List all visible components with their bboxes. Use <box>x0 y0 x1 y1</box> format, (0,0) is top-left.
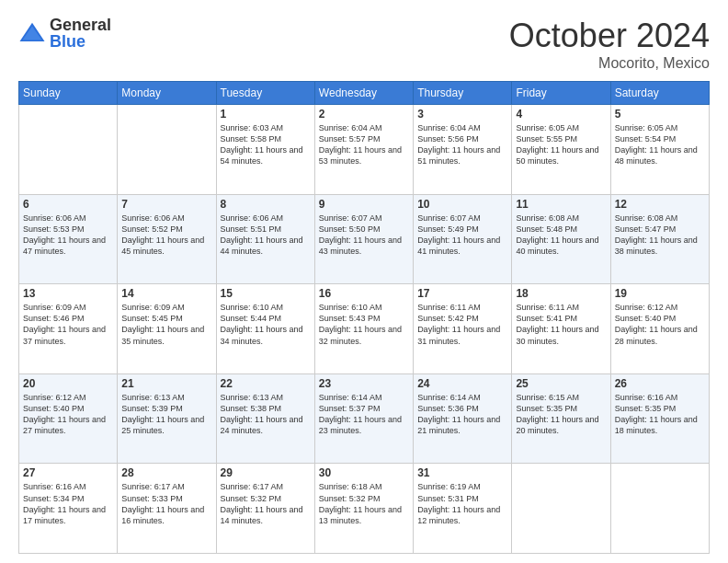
calendar-cell: 3Sunrise: 6:04 AMSunset: 5:56 PMDaylight… <box>414 105 512 195</box>
day-info: Sunrise: 6:06 AMSunset: 5:51 PMDaylight:… <box>221 213 311 258</box>
day-number: 17 <box>417 287 507 300</box>
day-number: 7 <box>121 198 211 211</box>
day-info: Sunrise: 6:17 AMSunset: 5:32 PMDaylight:… <box>221 481 311 526</box>
calendar-cell: 6Sunrise: 6:06 AMSunset: 5:53 PMDaylight… <box>19 194 118 284</box>
day-info: Sunrise: 6:06 AMSunset: 5:53 PMDaylight:… <box>23 213 113 258</box>
day-number: 22 <box>221 377 311 390</box>
day-info: Sunrise: 6:12 AMSunset: 5:40 PMDaylight:… <box>23 392 113 437</box>
day-info: Sunrise: 6:11 AMSunset: 5:42 PMDaylight:… <box>417 302 507 347</box>
day-info: Sunrise: 6:11 AMSunset: 5:41 PMDaylight:… <box>516 302 606 347</box>
calendar-cell: 29Sunrise: 6:17 AMSunset: 5:32 PMDayligh… <box>216 464 314 554</box>
day-info: Sunrise: 6:15 AMSunset: 5:35 PMDaylight:… <box>516 392 606 437</box>
day-header-thursday: Thursday <box>414 82 512 105</box>
day-info: Sunrise: 6:16 AMSunset: 5:35 PMDaylight:… <box>615 392 705 437</box>
header: General Blue October 2024 Mocorito, Mexi… <box>18 17 710 72</box>
day-info: Sunrise: 6:19 AMSunset: 5:31 PMDaylight:… <box>417 481 507 526</box>
day-number: 5 <box>615 108 705 121</box>
day-number: 27 <box>23 466 113 479</box>
day-info: Sunrise: 6:05 AMSunset: 5:55 PMDaylight:… <box>516 122 606 167</box>
logo-general: General <box>50 17 111 33</box>
day-number: 14 <box>121 287 211 300</box>
calendar-cell: 19Sunrise: 6:12 AMSunset: 5:40 PMDayligh… <box>610 284 709 374</box>
day-info: Sunrise: 6:07 AMSunset: 5:50 PMDaylight:… <box>319 213 409 258</box>
day-number: 21 <box>121 377 211 390</box>
day-header-sunday: Sunday <box>19 82 118 105</box>
day-header-friday: Friday <box>512 82 610 105</box>
day-number: 24 <box>417 377 507 390</box>
day-header-saturday: Saturday <box>610 82 709 105</box>
day-number: 4 <box>516 108 606 121</box>
calendar-cell: 12Sunrise: 6:08 AMSunset: 5:47 PMDayligh… <box>610 194 709 284</box>
calendar-cell: 21Sunrise: 6:13 AMSunset: 5:39 PMDayligh… <box>118 373 216 464</box>
day-info: Sunrise: 6:12 AMSunset: 5:40 PMDaylight:… <box>615 302 705 347</box>
day-number: 23 <box>319 377 409 390</box>
day-info: Sunrise: 6:06 AMSunset: 5:52 PMDaylight:… <box>121 213 211 258</box>
day-number: 31 <box>417 466 507 479</box>
logo-text: General Blue <box>50 17 111 50</box>
calendar-cell: 27Sunrise: 6:16 AMSunset: 5:34 PMDayligh… <box>19 464 118 554</box>
day-info: Sunrise: 6:09 AMSunset: 5:46 PMDaylight:… <box>23 302 113 347</box>
calendar-cell: 7Sunrise: 6:06 AMSunset: 5:52 PMDaylight… <box>118 194 216 284</box>
day-number: 20 <box>23 377 113 390</box>
calendar-cell <box>118 105 216 195</box>
day-info: Sunrise: 6:07 AMSunset: 5:49 PMDaylight:… <box>417 213 507 258</box>
day-number: 19 <box>615 287 705 300</box>
day-header-tuesday: Tuesday <box>216 82 314 105</box>
calendar-cell: 22Sunrise: 6:13 AMSunset: 5:38 PMDayligh… <box>216 373 314 464</box>
calendar-week-3: 13Sunrise: 6:09 AMSunset: 5:46 PMDayligh… <box>19 284 710 374</box>
day-number: 11 <box>516 198 606 211</box>
day-info: Sunrise: 6:10 AMSunset: 5:44 PMDaylight:… <box>221 302 311 347</box>
day-number: 28 <box>121 466 211 479</box>
day-header-wednesday: Wednesday <box>314 82 413 105</box>
day-number: 1 <box>221 108 311 121</box>
day-number: 26 <box>615 377 705 390</box>
logo: General Blue <box>18 17 111 50</box>
calendar-cell <box>512 464 610 554</box>
calendar-week-2: 6Sunrise: 6:06 AMSunset: 5:53 PMDaylight… <box>19 194 710 284</box>
day-number: 9 <box>319 198 409 211</box>
day-number: 2 <box>319 108 409 121</box>
calendar-week-5: 27Sunrise: 6:16 AMSunset: 5:34 PMDayligh… <box>19 464 710 554</box>
day-info: Sunrise: 6:04 AMSunset: 5:56 PMDaylight:… <box>417 122 507 167</box>
calendar-cell: 1Sunrise: 6:03 AMSunset: 5:58 PMDaylight… <box>216 105 314 195</box>
calendar-cell: 26Sunrise: 6:16 AMSunset: 5:35 PMDayligh… <box>610 373 709 464</box>
logo-blue: Blue <box>50 33 111 50</box>
calendar-cell: 23Sunrise: 6:14 AMSunset: 5:37 PMDayligh… <box>314 373 413 464</box>
calendar-cell: 31Sunrise: 6:19 AMSunset: 5:31 PMDayligh… <box>414 464 512 554</box>
page: General Blue October 2024 Mocorito, Mexi… <box>0 0 728 563</box>
calendar-cell: 20Sunrise: 6:12 AMSunset: 5:40 PMDayligh… <box>19 373 118 464</box>
calendar-cell: 25Sunrise: 6:15 AMSunset: 5:35 PMDayligh… <box>512 373 610 464</box>
calendar-cell <box>610 464 709 554</box>
calendar-cell: 17Sunrise: 6:11 AMSunset: 5:42 PMDayligh… <box>414 284 512 374</box>
day-number: 13 <box>23 287 113 300</box>
calendar-cell: 18Sunrise: 6:11 AMSunset: 5:41 PMDayligh… <box>512 284 610 374</box>
day-info: Sunrise: 6:16 AMSunset: 5:34 PMDaylight:… <box>23 481 113 526</box>
day-info: Sunrise: 6:13 AMSunset: 5:39 PMDaylight:… <box>121 392 211 437</box>
day-info: Sunrise: 6:08 AMSunset: 5:48 PMDaylight:… <box>516 213 606 258</box>
title-block: October 2024 Mocorito, Mexico <box>509 17 710 72</box>
calendar-cell: 15Sunrise: 6:10 AMSunset: 5:44 PMDayligh… <box>216 284 314 374</box>
calendar-cell: 2Sunrise: 6:04 AMSunset: 5:57 PMDaylight… <box>314 105 413 195</box>
day-info: Sunrise: 6:08 AMSunset: 5:47 PMDaylight:… <box>615 213 705 258</box>
day-info: Sunrise: 6:13 AMSunset: 5:38 PMDaylight:… <box>221 392 311 437</box>
day-info: Sunrise: 6:17 AMSunset: 5:33 PMDaylight:… <box>121 481 211 526</box>
day-number: 25 <box>516 377 606 390</box>
calendar-cell: 10Sunrise: 6:07 AMSunset: 5:49 PMDayligh… <box>414 194 512 284</box>
day-number: 12 <box>615 198 705 211</box>
day-header-monday: Monday <box>118 82 216 105</box>
day-info: Sunrise: 6:14 AMSunset: 5:37 PMDaylight:… <box>319 392 409 437</box>
day-number: 29 <box>221 466 311 479</box>
calendar-week-1: 1Sunrise: 6:03 AMSunset: 5:58 PMDaylight… <box>19 105 710 195</box>
calendar-cell: 4Sunrise: 6:05 AMSunset: 5:55 PMDaylight… <box>512 105 610 195</box>
location: Mocorito, Mexico <box>509 55 710 72</box>
day-info: Sunrise: 6:04 AMSunset: 5:57 PMDaylight:… <box>319 122 409 167</box>
day-number: 3 <box>417 108 507 121</box>
day-number: 15 <box>221 287 311 300</box>
day-info: Sunrise: 6:03 AMSunset: 5:58 PMDaylight:… <box>221 122 311 167</box>
day-number: 6 <box>23 198 113 211</box>
calendar-cell: 9Sunrise: 6:07 AMSunset: 5:50 PMDaylight… <box>314 194 413 284</box>
day-number: 8 <box>221 198 311 211</box>
calendar-week-4: 20Sunrise: 6:12 AMSunset: 5:40 PMDayligh… <box>19 373 710 464</box>
calendar-cell: 24Sunrise: 6:14 AMSunset: 5:36 PMDayligh… <box>414 373 512 464</box>
calendar-cell: 30Sunrise: 6:18 AMSunset: 5:32 PMDayligh… <box>314 464 413 554</box>
